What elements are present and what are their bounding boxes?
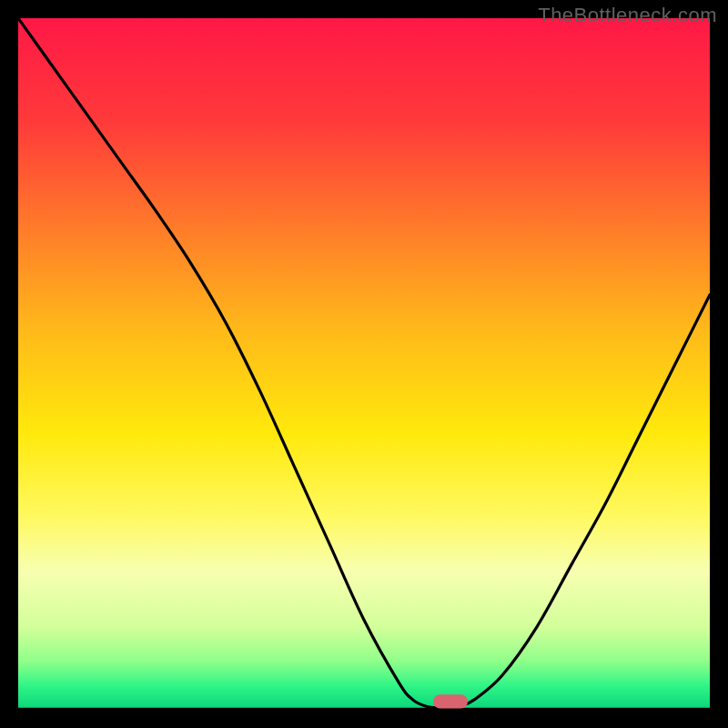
curve-layer — [18, 18, 710, 710]
watermark-text: TheBottleneck.com — [538, 4, 717, 27]
plot-frame — [18, 18, 710, 710]
optimum-pill — [433, 694, 468, 708]
chart-stage: TheBottleneck.com — [0, 0, 728, 728]
bottleneck-curve — [18, 18, 710, 708]
